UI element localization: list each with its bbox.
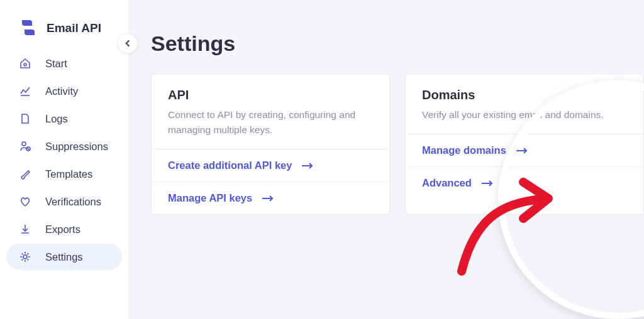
card-domains-desc: Verify all your existing email and domai… — [422, 107, 627, 122]
arrow-right-icon — [301, 161, 314, 170]
sidebar-item-label: Settings — [45, 251, 83, 263]
sidebar-item-label: Start — [45, 58, 67, 70]
card-action-label: Manage domains — [422, 144, 506, 156]
arrow-right-icon — [515, 146, 529, 155]
svg-point-1 — [22, 142, 26, 146]
svg-point-0 — [24, 63, 26, 66]
card-domains: Domains Verify all your existing email a… — [405, 73, 644, 215]
sidebar-item-label: Activity — [45, 85, 78, 97]
app-name: Email API — [47, 21, 101, 35]
advanced-link[interactable]: Advanced — [406, 166, 643, 199]
card-action-label: Create additional API key — [168, 160, 292, 171]
main-content: Settings API Connect to API by creating,… — [128, 0, 644, 319]
home-icon — [19, 57, 31, 70]
manage-domains-link[interactable]: Manage domains — [406, 134, 643, 166]
sidebar-item-label: Suppressions — [45, 141, 108, 153]
download-icon — [19, 223, 31, 235]
arrow-right-icon — [480, 179, 494, 188]
document-icon — [19, 112, 31, 125]
card-domains-title: Domains — [422, 88, 627, 102]
sidebar-item-label: Templates — [45, 168, 92, 180]
sidebar-item-exports[interactable]: Exports — [6, 216, 122, 242]
sidebar-item-suppressions[interactable]: Suppressions — [6, 133, 122, 160]
sidebar-item-logs[interactable]: Logs — [6, 105, 122, 132]
page-title: Settings — [151, 31, 644, 56]
sidebar-item-label: Exports — [45, 224, 80, 235]
sidebar: Email API Start Activity Logs — [0, 0, 128, 319]
card-action-label: Manage API keys — [168, 192, 252, 204]
svg-point-3 — [23, 255, 27, 259]
sidebar-nav: Start Activity Logs Suppressions Templat… — [0, 50, 128, 270]
sidebar-item-start[interactable]: Start — [6, 50, 122, 77]
sidebar-item-label: Logs — [45, 113, 68, 125]
app-logo-row: Email API — [0, 13, 128, 50]
block-icon — [19, 140, 31, 153]
app-logo-icon — [19, 19, 38, 38]
card-action-label: Advanced — [422, 177, 472, 189]
sidebar-item-verifications[interactable]: Verifications — [6, 188, 122, 215]
settings-cards: API Connect to API by creating, configur… — [151, 73, 644, 215]
chart-icon — [19, 85, 31, 97]
heart-check-icon — [19, 195, 31, 208]
sidebar-item-label: Verifications — [45, 196, 101, 208]
gear-icon — [19, 251, 31, 263]
sidebar-item-activity[interactable]: Activity — [6, 78, 122, 104]
brush-icon — [19, 168, 31, 180]
card-api-title: API — [168, 88, 373, 102]
create-api-key-link[interactable]: Create additional API key — [152, 149, 389, 181]
manage-api-keys-link[interactable]: Manage API keys — [152, 181, 389, 214]
card-api: API Connect to API by creating, configur… — [151, 73, 390, 215]
sidebar-item-settings[interactable]: Settings — [6, 244, 122, 270]
arrow-right-icon — [261, 194, 275, 203]
sidebar-item-templates[interactable]: Templates — [6, 161, 122, 187]
card-api-desc: Connect to API by creating, configuring … — [168, 107, 373, 138]
